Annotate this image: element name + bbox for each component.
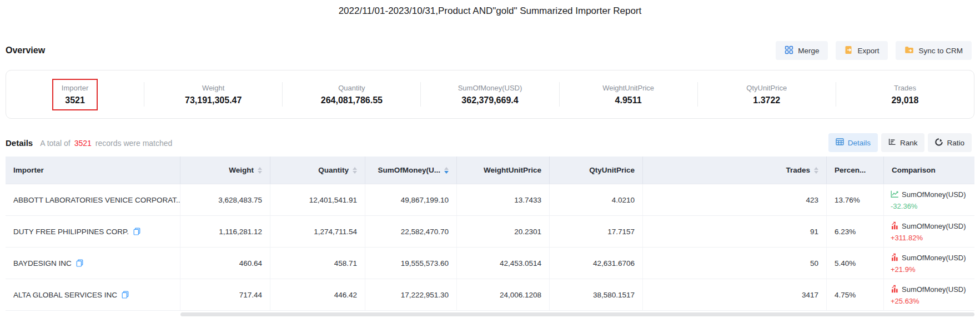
stat-trades: Trades 29,018 (836, 84, 974, 105)
export-button[interactable]: Export (836, 41, 888, 60)
col-header-sum-of-money-label: SumOfMoney(U... (378, 166, 440, 174)
comparison-cell: SumOfMoney(USD) +21.9% (884, 248, 974, 279)
trend-down-chart-icon (891, 190, 899, 200)
comparison-metric-label: SumOfMoney(USD) (902, 285, 966, 294)
tab-ratio[interactable]: Ratio (928, 133, 972, 152)
sort-icon-quantity[interactable] (353, 167, 357, 174)
comparison-metric-label: SumOfMoney(USD) (902, 254, 966, 262)
trades-cell: 50 (643, 248, 827, 279)
sort-icon-trades[interactable] (814, 167, 818, 174)
percent-cell: 5.40% (827, 248, 884, 279)
importer-name[interactable]: ALTA GLOBAL SERVICES INC (13, 291, 117, 299)
quantity-cell: 458.71 (270, 248, 365, 279)
comparison-percent: +25.63% (891, 297, 919, 305)
comparison-percent: +311.82% (891, 234, 923, 242)
table-row[interactable]: BAYDESIGN INC 460.64 458.71 19,555,573.6… (6, 248, 974, 279)
stat-weight: Weight 73,191,305.47 (144, 84, 282, 105)
copy-icon[interactable] (122, 291, 129, 299)
comparison-metric: SumOfMoney(USD) (891, 190, 966, 200)
action-buttons: Merge Export Sync to CRM (776, 41, 972, 60)
col-header-percent-label: Percen... (835, 166, 866, 174)
col-header-percent[interactable]: Percen... (827, 157, 884, 184)
comparison-cell: SumOfMoney(USD) +311.82% (884, 216, 974, 247)
stat-quantity-label: Quantity (338, 84, 365, 92)
comparison-cell: SumOfMoney(USD) +25.63% (884, 279, 974, 310)
sync-to-crm-button-label: Sync to CRM (918, 47, 963, 55)
percent-cell: 4.75% (827, 279, 884, 310)
table-row[interactable]: ALTA GLOBAL SERVICES INC 717.44 446.42 1… (6, 279, 974, 311)
stat-sum-of-money-value: 362,379,669.4 (461, 95, 518, 105)
quantity-cell: 12,401,541.91 (270, 184, 365, 215)
col-header-weight[interactable]: Weight (180, 157, 270, 184)
comparison-metric: SumOfMoney(USD) (891, 221, 966, 231)
match-note: A total of3521records were matched (40, 139, 172, 148)
stat-weight-unit-price: WeightUnitPrice 4.9511 (560, 84, 697, 105)
importer-name[interactable]: BAYDESIGN INC (13, 259, 72, 267)
importer-cell: ALTA GLOBAL SERVICES INC (6, 279, 180, 310)
overview-header-row: Overview Merge Export (6, 41, 972, 60)
tab-ratio-label: Ratio (947, 139, 964, 147)
weight-unit-price-cell: 20.2301 (457, 216, 550, 247)
table-row[interactable]: ABBOTT LABORATORIES VENICE CORPORAT... 3… (6, 184, 974, 216)
merge-button[interactable]: Merge (776, 41, 828, 60)
horizontal-scrollbar-track (6, 312, 974, 316)
trend-up-chart-icon (891, 221, 899, 231)
col-header-sum-of-money[interactable]: SumOfMoney(U... (365, 157, 457, 184)
sort-icon-sum-of-money-desc-active[interactable] (444, 167, 449, 174)
qty-unit-price-cell: 4.0210 (550, 184, 643, 215)
col-header-qty-unit-price-label: QtyUnitPrice (589, 166, 635, 174)
copy-icon[interactable] (76, 259, 83, 267)
trend-up-chart-icon (891, 285, 899, 295)
stat-qty-unit-price-value: 1.3722 (753, 95, 780, 105)
sort-icon-weight[interactable] (258, 167, 262, 174)
col-header-trades[interactable]: Trades (643, 157, 827, 184)
comparison-metric-label: SumOfMoney(USD) (902, 222, 966, 230)
comparison-cell: SumOfMoney(USD) -32.36% (884, 184, 974, 215)
col-header-weight-unit-price[interactable]: WeightUnitPrice (457, 157, 550, 184)
qty-unit-price-cell: 17.7157 (550, 216, 643, 247)
quantity-cell: 1,274,711.54 (270, 216, 365, 247)
importer-name[interactable]: ABBOTT LABORATORIES VENICE CORPORAT... (13, 196, 180, 204)
stat-weight-unit-price-label: WeightUnitPrice (602, 84, 654, 92)
stat-importer-value: 3521 (65, 95, 85, 105)
qty-unit-price-cell: 42,631.6706 (550, 248, 643, 279)
quantity-cell: 446.42 (270, 279, 365, 310)
col-header-importer[interactable]: Importer (6, 157, 180, 184)
table-row[interactable]: DUTY FREE PHILIPPINES CORP. 1,116,281.12… (6, 216, 974, 248)
col-header-weight-unit-price-label: WeightUnitPrice (484, 166, 541, 174)
tab-details-label: Details (848, 139, 871, 147)
view-tabs: Details Rank Ratio (828, 133, 972, 152)
match-prefix: A total of (40, 139, 70, 148)
weight-unit-price-cell: 42,453.0514 (457, 248, 550, 279)
qty-unit-price-cell: 38,580.1517 (550, 279, 643, 310)
col-header-quantity[interactable]: Quantity (270, 157, 365, 184)
stat-quantity-value: 264,081,786.55 (321, 95, 383, 105)
stat-weight-value: 73,191,305.47 (185, 95, 242, 105)
copy-icon[interactable] (133, 228, 140, 235)
ratio-icon (935, 138, 943, 148)
sum-of-money-cell: 17,222,951.30 (365, 279, 457, 310)
merge-button-label: Merge (798, 47, 819, 55)
details-header-row: Details A total of3521records were match… (6, 133, 972, 152)
export-icon (845, 46, 853, 56)
importer-name[interactable]: DUTY FREE PHILIPPINES CORP. (13, 228, 129, 236)
comparison-metric-label: SumOfMoney(USD) (902, 190, 966, 199)
importer-cell: DUTY FREE PHILIPPINES CORP. (6, 216, 180, 247)
tab-details[interactable]: Details (828, 133, 878, 152)
stat-trades-value: 29,018 (891, 95, 918, 105)
overview-stats-card: Importer 3521 Weight 73,191,305.47 Quant… (6, 70, 974, 119)
horizontal-scrollbar-thumb[interactable] (180, 312, 974, 316)
merge-icon (785, 46, 793, 56)
col-header-comparison[interactable]: Comparison (884, 157, 974, 184)
stat-weight-label: Weight (202, 84, 224, 92)
stat-importer: Importer 3521 (6, 79, 144, 110)
page-title: 2022/11/01-2023/10/31,Product AND"gold" … (0, 0, 980, 26)
tab-rank[interactable]: Rank (881, 133, 925, 152)
trades-cell: 3417 (643, 279, 827, 310)
stat-weight-unit-price-value: 4.9511 (615, 95, 642, 105)
sync-to-crm-button[interactable]: Sync to CRM (896, 41, 972, 60)
stat-sum-of-money-label: SumOfMoney(USD) (458, 84, 522, 92)
weight-cell: 717.44 (180, 279, 270, 310)
stat-trades-label: Trades (894, 84, 916, 92)
col-header-qty-unit-price[interactable]: QtyUnitPrice (550, 157, 643, 184)
